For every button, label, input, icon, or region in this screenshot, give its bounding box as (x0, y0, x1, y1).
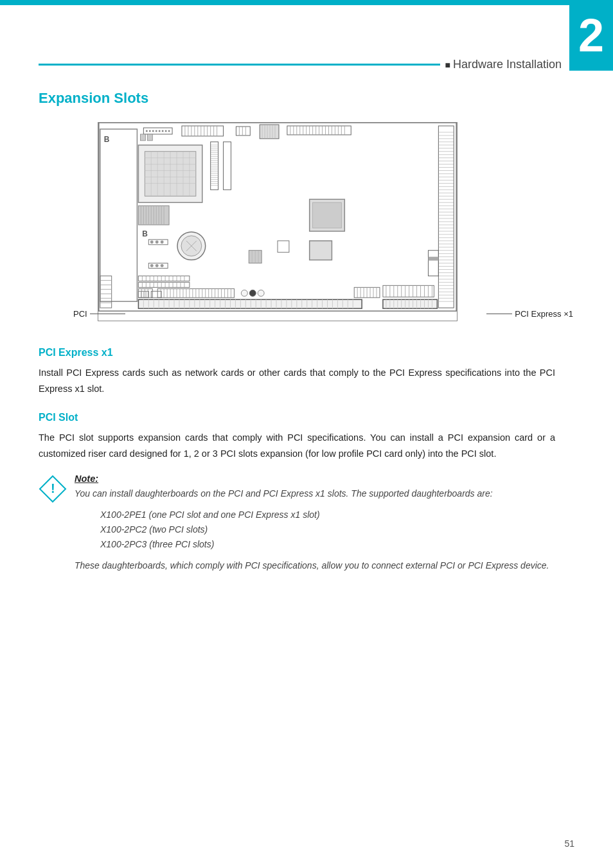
svg-point-62 (155, 130, 157, 132)
svg-point-59 (146, 130, 148, 132)
svg-point-61 (152, 130, 154, 132)
motherboard-diagram: B (98, 122, 458, 321)
svg-point-60 (149, 130, 151, 132)
note-content: Note: You can install daughterboards on … (75, 474, 555, 573)
section-title: Expansion Slots (39, 90, 555, 107)
subsection-text-pci-express: Install PCI Express cards such as networ… (39, 365, 555, 396)
svg-point-63 (159, 130, 161, 132)
svg-point-66 (168, 130, 170, 132)
pci-label: PCI (73, 309, 125, 319)
note-list-item-2: X100-2PC3 (three PCI slots) (100, 537, 555, 552)
header-line (39, 64, 440, 66)
pci-express-arrow-line (486, 314, 512, 315)
svg-point-165 (155, 240, 159, 244)
diagram-wrap: B (98, 122, 496, 328)
note-list: X100-2PE1 (one PCI slot and one PCI Expr… (100, 508, 555, 552)
svg-point-65 (165, 130, 167, 132)
svg-text:!: ! (51, 481, 55, 495)
page-number: 51 (564, 838, 574, 849)
chapter-tab: 2 (569, 0, 613, 71)
note-title: Note: (75, 474, 555, 484)
svg-point-64 (162, 130, 164, 132)
chapter-number: 2 (578, 12, 604, 58)
svg-rect-173 (310, 241, 332, 260)
svg-point-166 (161, 240, 164, 244)
svg-point-239 (258, 290, 264, 296)
main-content: Expansion Slots (39, 90, 555, 573)
svg-rect-150 (147, 134, 152, 141)
header-title: Hardware Installation (445, 58, 562, 71)
svg-point-238 (249, 290, 256, 296)
subsection-heading-pci-slot: PCI Slot (39, 412, 555, 423)
svg-point-175 (150, 264, 154, 267)
svg-rect-83 (260, 125, 279, 139)
svg-point-164 (150, 240, 154, 244)
svg-rect-248 (138, 299, 362, 308)
note-outro: These daughterboards, which comply with … (75, 558, 555, 573)
svg-rect-57 (428, 257, 438, 261)
pci-express-label: PCI Express ×1 (486, 309, 573, 319)
note-icon: ! (39, 475, 67, 503)
svg-rect-149 (140, 134, 145, 141)
svg-point-177 (161, 264, 164, 267)
note-list-item-1: X100-2PC2 (two PCI slots) (100, 522, 555, 537)
pci-label-text: PCI (73, 309, 87, 319)
svg-rect-172 (313, 202, 342, 228)
note-list-item-0: X100-2PE1 (one PCI slot and one PCI Expr… (100, 508, 555, 522)
subsection-text-pci-slot: The PCI slot supports expansion cards th… (39, 430, 555, 461)
diagram-container: B (39, 122, 555, 328)
svg-point-237 (241, 290, 247, 296)
note-intro: You can install daughterboards on the PC… (75, 486, 555, 501)
pci-express-label-text: PCI Express ×1 (515, 309, 573, 319)
svg-text:B: B (104, 135, 110, 144)
pci-arrow-line (90, 314, 125, 315)
subsection-heading-pci-express: PCI Express x1 (39, 347, 555, 359)
header-bar (0, 0, 613, 5)
svg-point-176 (155, 264, 159, 267)
svg-rect-291 (383, 299, 437, 308)
note-box: ! Note: You can install daughterboards o… (39, 474, 555, 573)
header-line-wrap: Hardware Installation (39, 58, 562, 71)
svg-text:B: B (142, 229, 148, 238)
